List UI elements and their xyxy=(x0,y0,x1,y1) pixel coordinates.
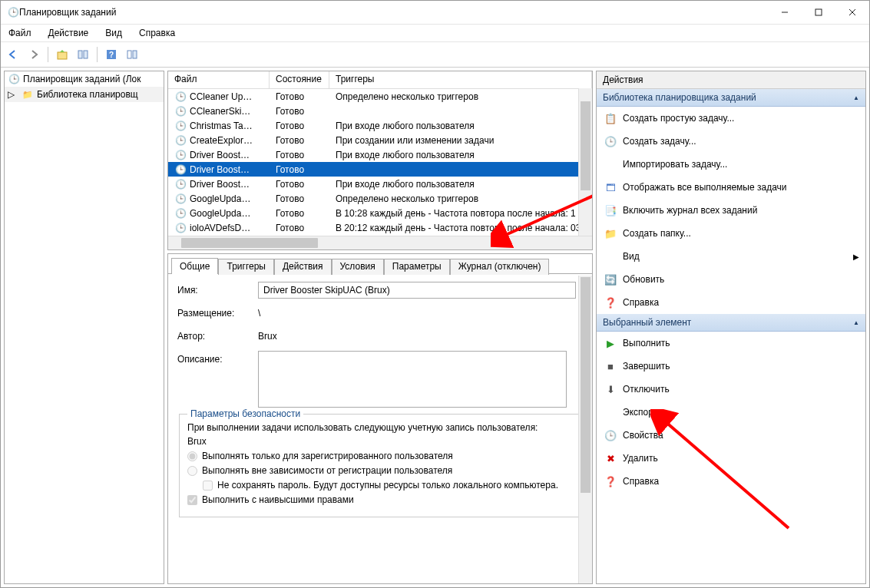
task-row[interactable]: CCleaner Up…ГотовоОпределено несколько т… xyxy=(168,89,592,104)
action-вид[interactable]: Вид▶ xyxy=(597,245,865,268)
tab-triggers[interactable]: Триггеры xyxy=(218,259,274,275)
show-hide-button[interactable] xyxy=(74,45,92,64)
svg-rect-4 xyxy=(58,52,67,59)
help-button[interactable]: ? xyxy=(102,45,121,64)
action-label: Отключить xyxy=(623,384,670,395)
task-row[interactable]: Christmas Ta…ГотовоПри входе любого поль… xyxy=(168,118,592,133)
maximize-button[interactable] xyxy=(802,1,835,24)
action-свойства[interactable]: 🕒Свойства xyxy=(597,424,865,447)
menu-help[interactable]: Справка xyxy=(136,26,178,40)
action-создать-задачу-[interactable]: 🕒Создать задачу... xyxy=(597,130,865,153)
action-обновить[interactable]: 🔄Обновить xyxy=(597,268,865,291)
vertical-scrollbar[interactable] xyxy=(578,88,592,236)
action-label: Создать простую задачу... xyxy=(623,113,734,124)
action-включить-журнал-всех-заданий[interactable]: 📑Включить журнал всех заданий xyxy=(597,199,865,222)
task-icon xyxy=(174,193,187,205)
task-row[interactable]: GoogleUpda…ГотовоВ 10:28 каждый день - Ч… xyxy=(168,206,592,220)
panes-button[interactable] xyxy=(123,45,141,64)
task-row[interactable]: ioloAVDefsD…ГотовоВ 20:12 каждый день - … xyxy=(168,220,592,235)
delete-icon: ✖ xyxy=(604,452,617,464)
menu-file[interactable]: Файл xyxy=(5,26,35,40)
tab-actions[interactable]: Действия xyxy=(274,259,332,275)
description-field[interactable] xyxy=(258,351,567,408)
action-импортировать-задачу-[interactable]: Импортировать задачу... xyxy=(597,153,865,176)
none-icon xyxy=(604,158,617,170)
menu-view[interactable]: Вид xyxy=(102,26,125,40)
task-trigger: В 20:12 каждый день - Частота повтора по… xyxy=(329,223,592,233)
name-label: Имя: xyxy=(177,282,258,296)
description-label: Описание: xyxy=(177,351,258,365)
task-name: GoogleUpda… xyxy=(190,193,250,204)
menu-bar: Файл Действие Вид Справка xyxy=(1,25,869,42)
horizontal-scrollbar[interactable] xyxy=(168,236,592,249)
task-name: Driver Boost… xyxy=(190,164,250,175)
toolbar: ? xyxy=(1,42,869,68)
security-text: При выполнении задачи использовать следу… xyxy=(187,422,573,433)
check-highest-priv[interactable]: Выполнить с наивысшими правами xyxy=(187,494,573,505)
minimize-button[interactable] xyxy=(768,1,802,24)
col-state[interactable]: Состояние xyxy=(270,71,329,88)
task-row[interactable]: Driver Boost…ГотовоПри входе любого поль… xyxy=(168,177,592,191)
tree-pane: Планировщик заданий (Лок ▷ Библиотека пл… xyxy=(4,71,164,584)
action-label: Удалить xyxy=(623,453,658,464)
task-trigger: Определено несколько триггеров xyxy=(329,91,592,102)
details-scrollbar[interactable] xyxy=(578,276,592,583)
action-создать-простую-задачу-[interactable]: 📋Создать простую задачу... xyxy=(597,107,865,130)
task-name: CCleaner Up… xyxy=(190,91,252,102)
grid-icon: 🗔 xyxy=(604,181,617,193)
task-icon xyxy=(174,120,187,132)
details-pane: Общие Триггеры Действия Условия Параметр… xyxy=(167,253,593,584)
task-icon xyxy=(174,222,187,234)
menu-action[interactable]: Действие xyxy=(45,26,92,40)
up-button[interactable] xyxy=(53,45,71,64)
tab-settings[interactable]: Параметры xyxy=(384,259,450,275)
location-value: \ xyxy=(258,305,583,322)
tab-general[interactable]: Общие xyxy=(171,258,218,274)
prop-icon: 🕒 xyxy=(604,429,617,441)
col-triggers[interactable]: Триггеры xyxy=(329,71,592,88)
action-label: Включить журнал всех заданий xyxy=(623,205,757,216)
clock-icon xyxy=(8,73,20,85)
author-label: Автор: xyxy=(177,328,258,342)
action-отображать-все-выполняемые-задачи[interactable]: 🗔Отображать все выполняемые задачи xyxy=(597,176,865,199)
forward-button[interactable] xyxy=(25,45,43,64)
action-создать-папку-[interactable]: 📁Создать папку... xyxy=(597,222,865,245)
titlebar: Планировщик заданий xyxy=(1,1,869,25)
action-label: Вид xyxy=(623,251,640,262)
action-справка[interactable]: ❓Справка xyxy=(597,470,865,493)
none-icon xyxy=(604,250,617,263)
action-выполнить[interactable]: ▶Выполнить xyxy=(597,332,865,355)
section-library[interactable]: Библиотека планировщика заданий▲ xyxy=(597,89,865,107)
submenu-arrow-icon: ▶ xyxy=(853,253,859,261)
tab-conditions[interactable]: Условия xyxy=(332,259,384,275)
task-trigger: В 10:28 каждый день - Частота повтора по… xyxy=(329,208,592,219)
section-selected[interactable]: Выбранный элемент▲ xyxy=(597,314,865,332)
tree-library-label: Библиотека планировщ xyxy=(37,89,138,100)
radio-any-user[interactable]: Выполнять вне зависимости от регистрации… xyxy=(187,465,573,476)
radio-logged-user[interactable]: Выполнять только для зарегистрированного… xyxy=(187,451,573,461)
action-удалить[interactable]: ✖Удалить xyxy=(597,447,865,470)
tab-history[interactable]: Журнал (отключен) xyxy=(450,259,550,275)
action-экспорт-[interactable]: Экспорт... xyxy=(597,401,865,424)
task-state: Готово xyxy=(270,193,329,204)
task-row[interactable]: CCleanerSki…Готово xyxy=(168,104,592,118)
security-account: Brux xyxy=(187,436,573,447)
task-row[interactable]: GoogleUpda…ГотовоОпределено несколько тр… xyxy=(168,191,592,206)
action-label: Отображать все выполняемые задачи xyxy=(623,182,787,193)
task-row[interactable]: Driver Boost…ГотовоПри входе любого поль… xyxy=(168,147,592,162)
check-no-store-pw[interactable]: Не сохранять пароль. Будут доступны ресу… xyxy=(203,480,573,491)
task-icon xyxy=(174,149,187,161)
action-справка[interactable]: ❓Справка xyxy=(597,291,865,314)
col-file[interactable]: Файл xyxy=(168,71,270,88)
close-button[interactable] xyxy=(835,1,869,24)
tree-root[interactable]: Планировщик заданий (Лок xyxy=(5,71,164,87)
action-завершить[interactable]: ■Завершить xyxy=(597,355,865,378)
task-icon xyxy=(174,207,187,220)
svg-rect-9 xyxy=(127,51,131,58)
task-row[interactable]: Driver Boost…Готово xyxy=(168,162,592,177)
tree-library[interactable]: ▷ Библиотека планировщ xyxy=(5,87,164,102)
name-field[interactable]: Driver Booster SkipUAC (Brux) xyxy=(258,282,576,299)
back-button[interactable] xyxy=(4,45,22,64)
task-row[interactable]: CreateExplor…ГотовоПри создании или изме… xyxy=(168,133,592,147)
action-отключить[interactable]: ⬇Отключить xyxy=(597,378,865,401)
